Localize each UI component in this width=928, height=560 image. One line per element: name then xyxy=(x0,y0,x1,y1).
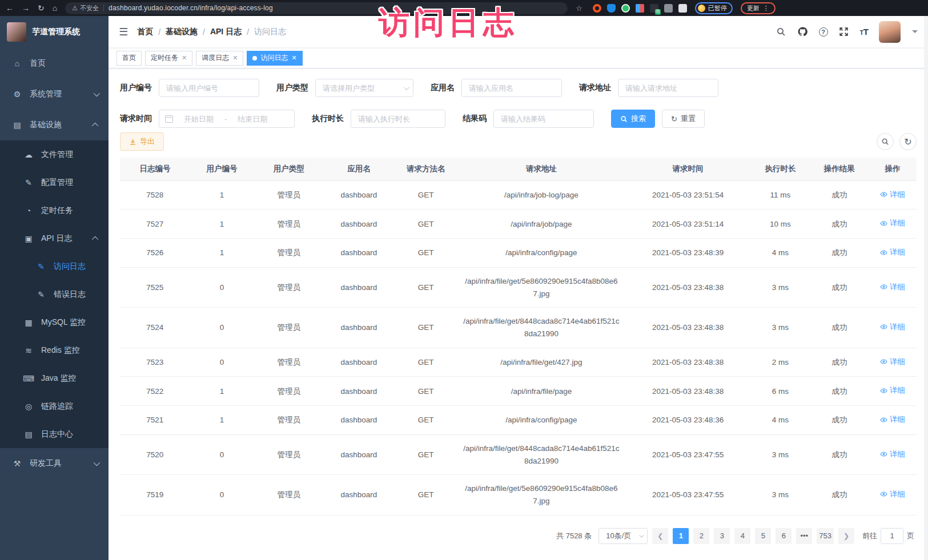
detail-link[interactable]: 详细 xyxy=(880,488,905,501)
search-button[interactable]: 搜索 xyxy=(611,110,655,128)
tab-定时任务[interactable]: 定时任务✕ xyxy=(145,51,192,66)
search-icon[interactable] xyxy=(776,26,787,38)
sidebar-item-home[interactable]: ⌂首页 xyxy=(0,48,109,79)
sidebar-item-job[interactable]: ◔定时任务 xyxy=(0,196,109,224)
tab-访问日志[interactable]: 访问日志✕ xyxy=(247,51,302,66)
tab-调度日志[interactable]: 调度日志✕ xyxy=(196,51,243,66)
detail-link[interactable]: 详细 xyxy=(880,246,905,259)
sidebar-item-access-log[interactable]: ✎访问日志 xyxy=(0,252,109,280)
extensions-puzzle-icon[interactable] xyxy=(678,4,687,13)
sidebar-item-mysql[interactable]: ▦MySQL 监控 xyxy=(0,308,109,336)
export-button[interactable]: 导出 xyxy=(120,132,164,151)
close-icon[interactable]: ✕ xyxy=(232,54,238,62)
extension-icon-5[interactable]: 萌 xyxy=(650,4,658,13)
breadcrumb-item[interactable]: API 日志 xyxy=(210,27,242,37)
detail-link[interactable]: 详细 xyxy=(880,384,905,397)
kebab-menu-icon[interactable]: ⋮ xyxy=(763,5,769,12)
detail-link[interactable]: 详细 xyxy=(880,356,905,368)
browser-reload-icon[interactable]: ↻ xyxy=(38,4,45,12)
eye-icon: ◎ xyxy=(23,402,34,411)
user-type-select[interactable] xyxy=(315,79,413,97)
help-icon[interactable]: ? xyxy=(819,27,828,37)
user-avatar[interactable] xyxy=(879,21,901,43)
close-icon[interactable]: ✕ xyxy=(291,54,296,62)
hamburger-icon[interactable]: ☰ xyxy=(119,26,128,38)
sidebar-item-tracer[interactable]: ◎链路追踪 xyxy=(0,392,109,420)
page-button-1[interactable]: 1 xyxy=(673,528,689,544)
browser-update-button[interactable]: 更新 ⋮ xyxy=(741,2,776,14)
sidebar-item-dev-tools[interactable]: ⚒研发工具 xyxy=(0,448,109,479)
close-icon[interactable]: ✕ xyxy=(182,54,187,62)
paused-badge[interactable]: 已暂停 xyxy=(695,2,733,14)
reset-button[interactable]: ↻ 重置 xyxy=(662,110,705,128)
sidebar-item-error-log[interactable]: ✎错误日志 xyxy=(0,280,109,308)
bookmark-star-icon[interactable]: ☆ xyxy=(576,4,582,13)
page-button-4[interactable]: 4 xyxy=(734,528,750,544)
detail-link[interactable]: 详细 xyxy=(880,321,905,333)
detail-link[interactable]: 详细 xyxy=(880,188,905,201)
extension-icon-1[interactable] xyxy=(593,4,601,13)
page-button-6[interactable]: 6 xyxy=(776,528,792,544)
browser-back-icon[interactable]: ← xyxy=(6,4,14,12)
result-code-input[interactable] xyxy=(493,110,594,128)
user-id-cell: 1 xyxy=(190,210,254,239)
tab-首页[interactable]: 首页 xyxy=(116,51,142,66)
detail-link[interactable]: 详细 xyxy=(880,413,905,426)
request-url-cell: /api/infra/file/get/8448cada8c714e4ab61f… xyxy=(457,308,625,348)
tags-view: 首页定时任务✕调度日志✕访问日志✕ xyxy=(109,48,928,69)
sidebar-item-java[interactable]: ⌨Java 监控 xyxy=(0,364,109,392)
next-page-button[interactable]: ❯ xyxy=(838,528,854,544)
column-header: 请求时间 xyxy=(625,158,750,180)
start-date-input[interactable] xyxy=(176,115,221,123)
duration-cell: 6 ms xyxy=(751,377,810,406)
chevron-down-icon[interactable] xyxy=(912,30,918,33)
sidebar-item-log-center[interactable]: ▤日志中心 xyxy=(0,420,109,448)
date-range-picker[interactable]: - xyxy=(159,110,295,128)
browser-home-icon[interactable]: ⌂ xyxy=(53,4,57,12)
more-pages-button[interactable]: ••• xyxy=(796,528,812,544)
duration-input[interactable] xyxy=(351,110,445,128)
fullscreen-icon[interactable] xyxy=(838,26,850,38)
goto-page-input[interactable] xyxy=(881,528,903,544)
sidebar-item-system[interactable]: ⚙系统管理 xyxy=(0,79,109,110)
result-code-label: 结果码 xyxy=(463,114,487,124)
page-button-2[interactable]: 2 xyxy=(693,528,709,544)
result-cell: 成功 xyxy=(810,268,869,308)
extension-icon-6[interactable] xyxy=(664,4,673,13)
window-scrollbar[interactable] xyxy=(924,16,928,560)
sidebar-item-config[interactable]: ✎配置管理 xyxy=(0,168,109,196)
detail-link[interactable]: 详细 xyxy=(880,448,905,461)
sidebar-logo-row[interactable]: 芋道管理系统 xyxy=(0,16,109,48)
end-date-input[interactable] xyxy=(230,115,275,123)
detail-link[interactable]: 详细 xyxy=(880,217,905,229)
user-type-cell: 管理员 xyxy=(254,348,324,377)
request-url-label: 请求地址 xyxy=(579,83,611,93)
prev-page-button[interactable]: ❮ xyxy=(652,528,668,544)
font-size-icon[interactable]: TT xyxy=(860,27,869,37)
sidebar-item-api-log[interactable]: ▣API 日志 xyxy=(0,224,109,252)
github-icon[interactable] xyxy=(797,26,809,38)
page-button-5[interactable]: 5 xyxy=(755,528,771,544)
sidebar-item-label: Redis 监控 xyxy=(41,345,101,356)
extension-icon-2[interactable] xyxy=(607,4,616,13)
breadcrumb-item[interactable]: 基础设施 xyxy=(166,27,198,37)
page-button-3[interactable]: 3 xyxy=(714,528,730,544)
sidebar-item-file[interactable]: ☁文件管理 xyxy=(0,140,109,168)
page-button-753[interactable]: 753 xyxy=(817,528,834,544)
extension-icon-3[interactable] xyxy=(621,4,630,13)
request-time-cell: 2021-05-03 23:51:14 xyxy=(625,210,750,239)
user-id-input[interactable] xyxy=(159,79,259,97)
request-url-input[interactable] xyxy=(618,79,718,97)
extension-icon-4[interactable] xyxy=(636,4,644,13)
detail-link[interactable]: 详细 xyxy=(880,281,905,293)
breadcrumb-item[interactable]: 首页 xyxy=(137,27,153,37)
refresh-table-button[interactable]: ↻ xyxy=(899,133,917,150)
not-secure-label[interactable]: ⚠不安全 xyxy=(72,4,99,13)
toggle-search-button[interactable] xyxy=(877,133,894,150)
request-time-cell: 2021-05-03 23:48:39 xyxy=(625,239,750,268)
sidebar-item-redis[interactable]: ≋Redis 监控 xyxy=(0,336,109,364)
page-size-select[interactable]: 10条/页 xyxy=(598,528,648,544)
app-name-input[interactable] xyxy=(461,79,562,97)
sidebar-item-infra[interactable]: ▤基础设施 xyxy=(0,110,109,140)
browser-forward-icon[interactable]: → xyxy=(22,4,30,12)
